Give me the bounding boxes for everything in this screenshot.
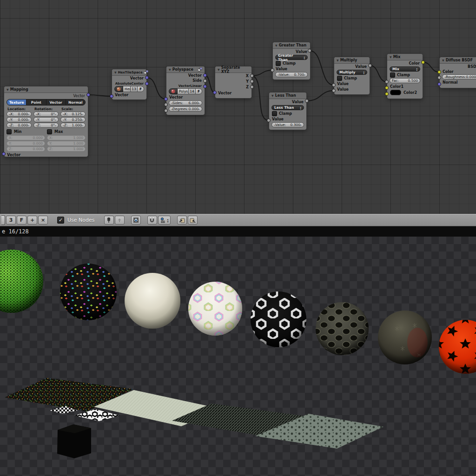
operation-dropdown[interactable]: Greater Than▴▾: [275, 55, 308, 60]
material-preview-icon[interactable]: [131, 216, 141, 225]
pin-icon[interactable]: [104, 216, 114, 225]
min-y-field[interactable]: Y:0.000: [7, 141, 45, 146]
socket-separate-z-out[interactable]: [250, 85, 254, 89]
degrees-field[interactable]: ◂Degrees:0.000▸: [169, 106, 202, 112]
tab-vector[interactable]: Vector: [46, 99, 66, 105]
socket-hextile-absolutecenter-out[interactable]: [145, 82, 149, 86]
fac-field[interactable]: Fac:0.500: [390, 78, 420, 83]
location-z-field[interactable]: ◂Z:0.000▸: [7, 123, 32, 128]
fake-user-button[interactable]: F: [17, 216, 26, 225]
socket-less-value-in[interactable]: [267, 119, 271, 122]
socket-greater-value-out[interactable]: [308, 49, 311, 53]
name-field-clipped[interactable]: [1, 215, 5, 225]
clamp-checkbox[interactable]: [337, 76, 342, 81]
value-field[interactable]: ◂Value:0.300▸: [271, 122, 304, 127]
copy-nodes-icon[interactable]: [177, 216, 187, 225]
socket-mix-color2-in[interactable]: [385, 92, 389, 96]
location-y-field[interactable]: ◂Y:0.000▸: [7, 117, 32, 122]
user-count-button[interactable]: 13: [131, 86, 138, 92]
tab-texture[interactable]: Texture: [7, 99, 26, 105]
rotation-z-field[interactable]: ◂Z:0°▸: [33, 123, 59, 128]
blend-type-dropdown[interactable]: Mix▴▾: [390, 66, 420, 72]
browse-nodegroup-icon[interactable]: [169, 88, 178, 94]
socket-mix-color-out[interactable]: [421, 60, 425, 64]
socket-greater-value-in[interactable]: [271, 68, 274, 72]
scale-z-field[interactable]: ◂Z:1.000▸: [60, 123, 86, 128]
clamp-checkbox[interactable]: [390, 73, 395, 78]
tab-normal[interactable]: Normal: [66, 99, 85, 105]
operation-dropdown[interactable]: Less Than▴▾: [271, 105, 304, 110]
rotation-x-field[interactable]: ◂X:0°▸: [33, 112, 59, 117]
color2-swatch[interactable]: [390, 90, 401, 95]
socket-diffuse-roughness-in[interactable]: [437, 76, 441, 79]
scale-y-field[interactable]: ◂Y:0.250▸: [60, 117, 86, 122]
nodegroup-datablock[interactable]: Polys 14 F: [166, 88, 205, 94]
socket-polyspace-side-out[interactable]: [203, 79, 207, 83]
socket-mix-fac-in[interactable]: [385, 80, 389, 84]
min-x-field[interactable]: X:0.000: [7, 135, 45, 140]
socket-polyspace-sides-in[interactable]: [164, 103, 168, 106]
socket-multiply-value-out[interactable]: [368, 64, 372, 67]
socket-polyspace-vector-in[interactable]: [164, 97, 168, 101]
node-mix[interactable]: ▼ Mix Color Mix▴▾ Clamp Fac:0.500 Color1…: [387, 53, 423, 99]
min-z-field[interactable]: Z:0.000: [7, 146, 45, 152]
collapse-icon[interactable]: ▼: [442, 59, 444, 62]
collapse-icon[interactable]: ▼: [218, 68, 220, 71]
clamp-checkbox[interactable]: [272, 111, 277, 116]
node-editor-canvas[interactable]: ▼ Mapping Vector Texture Point Vector No…: [0, 0, 476, 214]
socket-mix-color1-in[interactable]: [385, 86, 389, 90]
socket-diffuse-color-in[interactable]: [437, 70, 441, 74]
use-nodes-checkbox[interactable]: ✓: [57, 217, 64, 224]
socket-less-value-out[interactable]: [305, 99, 309, 103]
socket-separate-vector-in[interactable]: [213, 91, 217, 94]
unlink-button[interactable]: ×: [38, 216, 48, 225]
socket-multiply-value2-in[interactable]: [332, 89, 336, 93]
mapping-type-tabs[interactable]: Texture Point Vector Normal: [7, 99, 86, 106]
viewport-render-preview[interactable]: [0, 237, 476, 476]
user-count-button[interactable]: 14: [189, 88, 196, 94]
paste-nodes-icon[interactable]: [188, 216, 198, 225]
socket-polyspace-vectorlinear-out[interactable]: [203, 85, 207, 88]
node-separate-xyz[interactable]: ▼ Separate XYZ X Y Z Vector: [215, 66, 252, 99]
collapse-icon[interactable]: ▼: [7, 88, 9, 91]
node-polyspace[interactable]: ▼ Polyspace Vector Side VectorLinear Pol…: [166, 66, 205, 115]
socket-multiply-value1-in[interactable]: [332, 83, 336, 87]
tab-point[interactable]: Point: [26, 99, 46, 105]
collapse-icon[interactable]: ▼: [271, 94, 274, 97]
browse-nodegroup-icon[interactable]: [114, 86, 123, 92]
sides-field[interactable]: ◂Sides:6.000▸: [169, 100, 202, 106]
node-diffuse-bsdf[interactable]: ▼ Diffuse BSDF BSDF Color ◂Roughness:0.0…: [439, 57, 476, 88]
collapse-icon[interactable]: ▼: [169, 68, 171, 71]
scale-x-field[interactable]: ◂X:0.125▸: [60, 112, 86, 117]
add-new-button[interactable]: +: [27, 216, 37, 225]
min-checkbox[interactable]: [7, 129, 12, 134]
node-mapping-header[interactable]: ▼ Mapping: [4, 86, 88, 93]
nodegroup-name-field[interactable]: HexTi: [123, 86, 131, 92]
socket-hextile-vector-in[interactable]: [110, 94, 113, 98]
snap-target-icon[interactable]: ▴▾: [158, 216, 171, 225]
fake-user-button[interactable]: F: [138, 86, 144, 92]
socket-mapping-vector-out[interactable]: [86, 93, 90, 97]
node-hextilespace[interactable]: ▼ HexTileSpace Vector AbsoluteCenter Hex…: [112, 69, 147, 100]
socket-separate-y-out[interactable]: [250, 79, 254, 83]
node-less-than[interactable]: ▼ Less Than Value Less Than▴▾ Clamp Valu…: [269, 92, 307, 130]
collapse-icon[interactable]: ▼: [390, 55, 392, 59]
nodegroup-datablock[interactable]: HexTi 13 F: [112, 86, 146, 92]
location-x-field[interactable]: ◂X:0.000▸: [7, 112, 32, 117]
socket-separate-x-out[interactable]: [250, 74, 254, 78]
socket-mapping-vector-in[interactable]: [2, 152, 6, 156]
value-field[interactable]: ◂Value:0.700▸: [275, 72, 308, 77]
socket-hextile-vector-out[interactable]: [145, 76, 149, 79]
user-count-button[interactable]: 3: [6, 216, 16, 225]
max-x-field[interactable]: X:1.000: [47, 135, 86, 140]
max-z-field[interactable]: Z:1.000: [47, 146, 86, 152]
max-y-field[interactable]: Y:1.000: [47, 141, 86, 146]
clamp-checkbox[interactable]: [276, 61, 281, 66]
roughness-field[interactable]: ◂Roughness:0.000▸: [442, 74, 476, 79]
socket-diffuse-normal-in[interactable]: [437, 82, 441, 86]
node-greater-than[interactable]: ▼ Greater Than Value Greater Than▴▾ Clam…: [272, 42, 311, 80]
collapse-icon[interactable]: ▼: [114, 71, 117, 74]
node-multiply[interactable]: ▼ Multiply Value Multiply▴▾ Clamp Value …: [334, 57, 370, 95]
rotation-y-field[interactable]: ◂Y:0°▸: [33, 117, 59, 122]
snap-magnet-icon[interactable]: [147, 216, 157, 225]
